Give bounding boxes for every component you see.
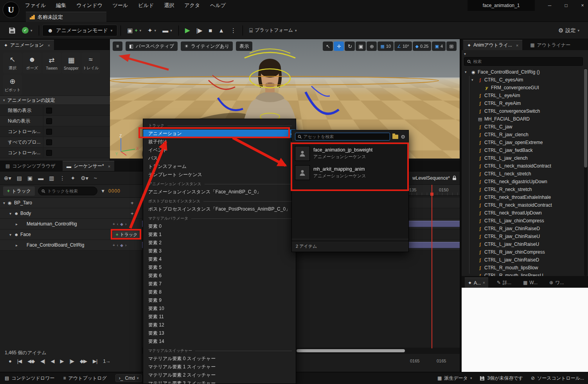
menu-item[interactable]: ヘルプ	[210, 2, 226, 9]
outliner-row[interactable]: CTRL_R_jaw_chinCompress	[462, 248, 584, 256]
editor-mode-dropdown[interactable]: ☻ アニメーションモード ▾	[42, 25, 118, 36]
curve-editor-icon[interactable]: ~	[94, 175, 97, 181]
context-menu-item[interactable]: マテリアル要素 2 スイッチャー ›	[143, 371, 296, 379]
context-menu-item[interactable]: 要素 3 ›	[143, 247, 296, 255]
menu-item[interactable]: アクタ	[184, 2, 200, 9]
sequencer-track-row[interactable]: Body + +‹◆› + トラック	[0, 208, 142, 219]
current-frame-field[interactable]: 0000	[108, 188, 120, 194]
outliner-row[interactable]: CTRL_R_eyeAim	[462, 99, 584, 107]
rotation-snap-value[interactable]: 10°	[403, 44, 409, 49]
outliner-row[interactable]: MH_FACIAL_BOARD	[462, 115, 584, 123]
maximize-button[interactable]: □	[563, 3, 569, 8]
animation-tool-button[interactable]: ≈ トレイル	[81, 52, 100, 74]
outliner-row[interactable]: CTRL_C_jaw_openExtreme	[462, 139, 584, 146]
eject-button[interactable]: ▲	[215, 25, 227, 36]
context-menu-item[interactable]: 要素 2 ›	[143, 239, 296, 247]
context-menu-item[interactable]: 要素 7 ›	[143, 280, 296, 288]
add-track-row-button[interactable]: + トラック	[112, 231, 141, 239]
outliner-row[interactable]: CTRL_L_jaw_clench	[462, 154, 584, 162]
close-icon[interactable]: ×	[516, 43, 518, 48]
platforms-dropdown[interactable]: ⌸ プラットフォーム ▾	[246, 25, 300, 36]
context-menu-item[interactable]: 要素 14 ›	[143, 337, 296, 346]
camera-speed-value[interactable]: 4	[441, 44, 443, 49]
content-drawer-button[interactable]: ▤ コンテンツドロワー	[5, 375, 55, 382]
context-menu-item[interactable]: 要素 13 ›	[143, 329, 296, 337]
context-menu-item[interactable]: 親子付け ›	[143, 138, 296, 146]
viewport-options-button[interactable]: ≡	[113, 41, 122, 51]
context-menu-item[interactable]: テンプレート シーケンス ›	[143, 171, 296, 179]
expander-icon[interactable]	[471, 78, 476, 82]
source-control-button[interactable]: ✓ ▾	[19, 25, 36, 36]
context-menu-item[interactable]: 要素 0 ›	[143, 222, 296, 231]
outliner-scrollbar-thumb[interactable]	[584, 69, 587, 168]
track-search-box[interactable]	[38, 187, 97, 195]
tab-animation[interactable]: ✦ アニメーション ×	[0, 40, 54, 50]
view-options-gear-icon[interactable]: ⚙	[401, 134, 405, 140]
grid-snap-value[interactable]: 10	[386, 44, 391, 49]
settings-dropdown[interactable]: ⚙ 設定 ▾	[555, 25, 583, 36]
animation-tool-button[interactable]: ⊕ ピボット	[3, 74, 22, 96]
step-forward-button[interactable]: |▶	[70, 358, 74, 364]
scale-tool-button[interactable]: ▣	[356, 41, 366, 51]
context-menu-item[interactable]: 要素 4 ›	[143, 255, 296, 263]
context-menu-item[interactable]: ポストプロセスインスタンス「Face_PostProcess_AnimBP_C_…	[143, 205, 296, 213]
rig-icon[interactable]: ✦	[70, 175, 75, 181]
play-button[interactable]: ▶	[182, 24, 193, 36]
camera-speed-button[interactable]: ▣4	[432, 41, 446, 51]
add-section-button[interactable]: +	[131, 211, 134, 216]
add-track-button[interactable]: + トラック	[3, 186, 35, 196]
tab-content-browser[interactable]: ▤ コンテンツブラウザ	[2, 161, 59, 171]
context-menu-item[interactable]: マテリアル要素 3 スイッチャー ›	[143, 379, 296, 384]
maximize-viewport-button[interactable]: ⊞	[446, 41, 457, 51]
context-menu-item[interactable]: トランスフォーム ›	[143, 162, 296, 171]
asset-search-box[interactable]	[295, 133, 390, 141]
add-actor-dropdown[interactable]: ▣+▾	[124, 25, 144, 36]
outliner-row[interactable]: Face_ControlBoard_CtrlRig ()	[462, 68, 584, 76]
console-command-box[interactable]: ›_ Cmd ▾	[115, 374, 142, 382]
expander-icon[interactable]	[9, 211, 14, 216]
expander-icon[interactable]	[9, 233, 14, 237]
outliner-row[interactable]: CTRL_L_jaw_ChinRaiseU	[462, 240, 584, 248]
minimize-button[interactable]: ─	[547, 3, 553, 8]
animation-tool-button[interactable]: ☻ ポーズ	[23, 52, 41, 74]
context-menu-item[interactable]: 要素 5 ›	[143, 263, 296, 272]
context-menu-item[interactable]: マテリアル要素 1 スイッチャー ›	[143, 363, 296, 371]
outliner-row[interactable]: CTRL_C_jaw_fwdBack	[462, 146, 584, 154]
setting-checkbox[interactable]	[46, 108, 52, 114]
move-tool-button[interactable]: ✛	[334, 41, 344, 51]
outliner-row[interactable]: CTRL_neck_digastricUpDown	[462, 178, 584, 186]
jump-to-start-button[interactable]: |◀	[17, 358, 22, 364]
wrench-dropdown[interactable]: ⚙▾	[81, 175, 88, 181]
tab-anim-outliner[interactable]: ✦ Animアウトライ... ×	[463, 40, 522, 50]
source-control-status-button[interactable]: ⊘ ソースコントロール...	[531, 375, 584, 382]
outliner-row[interactable]: CTRL_R_neck_mastoidContract	[462, 201, 584, 209]
board-icon[interactable]: ▤	[17, 175, 22, 181]
save-button[interactable]	[5, 25, 19, 36]
outliner-row[interactable]: CTRL_L_neck_stretch	[462, 170, 584, 178]
context-menu-item[interactable]: 要素 6 ›	[143, 272, 296, 280]
outliner-row[interactable]: CTRL_L_jaw_chinCompress	[462, 217, 584, 225]
render-icon[interactable]: ▬	[38, 175, 43, 181]
outliner-row[interactable]: CTRL_R_jaw_ChinRaiseU	[462, 233, 584, 240]
keyframe-controls[interactable]: +‹◆›	[113, 243, 126, 247]
menu-item[interactable]: ウィンドウ	[76, 2, 102, 9]
filter-icon[interactable]: ▼	[101, 188, 105, 194]
details-tab[interactable]: ✎ 詳... ×	[494, 278, 514, 288]
outliner-row[interactable]: CTRL_R_neck_stretch	[462, 186, 584, 193]
sequencer-track-row[interactable]: Face + +‹◆› + トラック	[0, 229, 142, 240]
asset-item[interactable]: mh_arkit_mapping_anim アニメーションシーケンス	[292, 163, 408, 182]
timeline-zoom-thumb[interactable]	[297, 349, 405, 352]
outliner-row[interactable]: CTRL_convergenceSwitch	[462, 107, 584, 115]
close-icon[interactable]: ×	[483, 281, 485, 285]
outliner-row[interactable]: CTRL_C_eyesAim	[462, 76, 584, 84]
world-space-button[interactable]: ⊕	[367, 41, 377, 51]
scale-snap-value[interactable]: 0.25	[420, 44, 428, 49]
select-tool-button[interactable]: ↖	[323, 41, 333, 51]
close-icon[interactable]: ×	[108, 164, 110, 169]
step-back-button[interactable]: ◀|	[40, 358, 45, 364]
expander-icon[interactable]	[16, 243, 20, 247]
menu-item[interactable]: ファイル	[25, 2, 46, 9]
outliner-row[interactable]: CTRL_R_mouth_lipsBlow	[462, 264, 584, 272]
play-options-button[interactable]: ⋮	[227, 25, 239, 36]
outliner-row[interactable]: CTRL_R_mouth_lipsPressU	[462, 272, 584, 276]
